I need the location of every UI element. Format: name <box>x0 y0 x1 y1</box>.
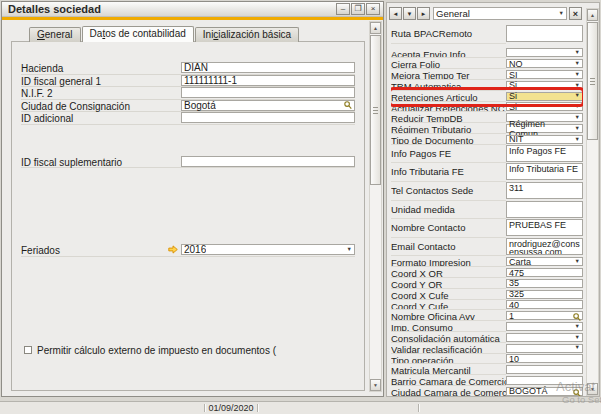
nav-right-icon[interactable]: ► <box>417 7 430 20</box>
tab-general[interactable]: General <box>29 27 81 42</box>
udf-input-nombre-contacto[interactable]: PRUEBAS FE <box>506 219 583 236</box>
udf-label: Info Pagos FE <box>391 145 506 164</box>
chevron-down-icon: ▼ <box>575 93 580 99</box>
udf-select-tipo-de-documento[interactable]: NIT▼ <box>506 135 583 144</box>
udf-input-unidad-medida[interactable] <box>506 201 583 218</box>
udf-input-coord-y-qr[interactable]: 35 <box>506 279 583 288</box>
maximize-icon[interactable]: ❐ <box>351 3 365 15</box>
dialog-titlebar[interactable]: Detalles sociedad – ❐ × <box>2 2 383 17</box>
chevron-down-icon: ▼ <box>575 61 580 67</box>
category-select[interactable]: General ▼ <box>433 7 567 20</box>
field-row-id-adicional: ID adicional <box>21 112 355 125</box>
udf-value: NIT <box>509 134 524 144</box>
udf-select-cierra-folio[interactable]: NO▼ <box>506 59 583 68</box>
udf-label: Consolidación automática <box>391 332 506 343</box>
field-value: 2016 <box>184 244 206 255</box>
udf-select-actualizar-retenciones-nc[interactable]: Si▼ <box>506 102 583 111</box>
tab-inicializaci-n-b-sica[interactable]: Inicialización básica <box>195 27 299 42</box>
udf-label: Validar reclasificación <box>391 343 506 354</box>
scroll-up-icon[interactable]: ▲ <box>587 9 598 21</box>
udf-value: 311 <box>509 183 523 193</box>
udf-label: Cierra Folio <box>391 58 506 69</box>
field-value: 111111111-1 <box>184 75 237 86</box>
udf-input-matricula-mercantil[interactable] <box>506 365 583 374</box>
checkbox[interactable] <box>24 346 32 354</box>
link-arrow-icon[interactable] <box>168 245 178 254</box>
field-label: ID fiscal general 1 <box>21 76 101 87</box>
udf-row-mejora-tiempo-ter: Mejora Tiempo TerSI▼ <box>391 69 583 80</box>
udf-label: Nombre Contacto <box>391 219 506 238</box>
udf-select-consolidaci-n-autom-tica[interactable]: ▼ <box>506 333 583 342</box>
udf-input-tel-contactos-sede[interactable]: 311 <box>506 182 583 199</box>
nav-down-icon[interactable]: ▼ <box>403 7 416 20</box>
screen: { "colors": { "accent_gold": "#f0ab00", … <box>0 0 601 414</box>
udf-input-ruta-bpacremoto[interactable] <box>506 25 583 42</box>
field-input-id-fiscal-general-1[interactable]: 111111111-1 <box>181 75 355 86</box>
udf-value: BOGOTÁ <box>509 386 548 396</box>
field-input-n-i-f-2[interactable] <box>181 87 355 98</box>
scroll-up-icon[interactable]: ▲ <box>370 22 381 34</box>
udf-value: PRUEBAS FE <box>509 220 566 230</box>
udf-label: Imp. Consumo <box>391 321 506 332</box>
field-input-feriados[interactable]: 2016▼ <box>181 244 355 255</box>
scrollbar-thumb[interactable] <box>587 22 598 140</box>
udf-label: Ciudad Camara de Comercio <box>391 386 506 396</box>
udf-input-coord-x-cufe[interactable]: 325 <box>506 290 583 299</box>
udf-row-actualizar-retenciones-nc: Actualizar Retenciones NCSi▼ <box>391 102 583 113</box>
udf-row-tipo-operaci-n: Tipo operación10 <box>391 354 583 365</box>
panel-close-icon[interactable]: × <box>569 7 582 20</box>
udf-label: Tipo de Documento <box>391 134 506 145</box>
udf-input-info-pagos-fe[interactable]: Info Pagos FE <box>506 145 583 162</box>
chevron-down-icon: ▼ <box>575 259 580 265</box>
udf-row-barrio-camara-de-comercio: Barrio Camara de Comercio <box>391 375 583 386</box>
chevron-down-icon: ▼ <box>575 126 580 132</box>
window-controls: – ❐ × <box>336 3 380 15</box>
udf-value: 475 <box>509 268 524 278</box>
panel-vertical-scrollbar[interactable]: ▲ ▼ <box>586 8 599 396</box>
field-input-id-adicional[interactable] <box>181 112 355 123</box>
chevron-down-icon: ▼ <box>347 247 352 253</box>
magnifier-icon[interactable] <box>344 101 352 110</box>
udf-select-validar-reclasificaci-n[interactable]: ▼ <box>506 344 583 353</box>
category-select-value: General <box>436 8 470 19</box>
udf-input-coord-y-cufe[interactable]: 40 <box>506 300 583 309</box>
udf-input-coord-x-qr[interactable]: 475 <box>506 268 583 277</box>
field-value: DIAN <box>184 62 208 73</box>
field-row-feriados: Feriados2016▼ <box>21 244 355 257</box>
field-row-ciudad-de-consignaci-n: Ciudad de ConsignaciónBogotá <box>21 100 355 113</box>
udf-input-info-tributaria-fe[interactable]: Info Tributaria FE <box>506 163 583 180</box>
external-tax-checkbox-row: Permitir cálculo externo de impuesto en … <box>24 345 355 356</box>
close-icon[interactable]: × <box>366 3 380 15</box>
udf-input-nombre-oficina-avv[interactable]: 1 <box>506 311 583 320</box>
udf-label: Unidad medida <box>391 201 506 220</box>
udf-input-email-contacto[interactable]: nrodriguez@consensussa.com <box>506 238 583 255</box>
dialog-vertical-scrollbar[interactable]: ▲ ▼ <box>369 21 382 392</box>
udf-input-tipo-operaci-n[interactable]: 10 <box>506 354 583 363</box>
field-input-id-fiscal-suplementario[interactable] <box>181 156 355 167</box>
udf-select-acepta-envio-info[interactable]: ▼ <box>506 48 583 57</box>
udf-value: Info Pagos FE <box>509 146 566 156</box>
udf-row-info-pagos-fe: Info Pagos FEInfo Pagos FE <box>391 145 583 164</box>
udf-select-formato-impresion[interactable]: Carta▼ <box>506 257 583 266</box>
udf-select-imp-consumo[interactable]: ▼ <box>506 322 583 331</box>
udf-select-trm-automatica[interactable]: Si▼ <box>506 81 583 90</box>
udf-select-mejora-tiempo-ter[interactable]: SI▼ <box>506 70 583 79</box>
chevron-down-icon: ▼ <box>575 335 580 341</box>
chevron-down-icon: ▼ <box>575 115 580 121</box>
tab-datos-de-contabilidad[interactable]: Datos de contabilidad <box>82 26 194 42</box>
udf-row-coord-x-qr: Coord X QR475 <box>391 267 583 278</box>
nav-left-icon[interactable]: ◄ <box>389 7 402 20</box>
udf-row-unidad-medida: Unidad medida <box>391 201 583 220</box>
company-details-dialog: Detalles sociedad – ❐ × GeneralDatos de … <box>1 1 384 397</box>
field-input-ciudad-de-consignaci-n[interactable]: Bogotá <box>181 100 355 111</box>
scroll-down-icon[interactable]: ▼ <box>370 379 381 391</box>
udf-row-coord-y-cufe: Coord Y Cufe40 <box>391 300 583 311</box>
chevron-down-icon: ▼ <box>575 50 580 56</box>
minimize-icon[interactable]: – <box>336 3 350 15</box>
udf-select-r-gimen-tributario[interactable]: Régimen Comun▼ <box>506 124 583 133</box>
scrollbar-thumb[interactable] <box>370 35 381 185</box>
udf-select-retenciones-articulo[interactable]: Si▼ <box>506 92 583 101</box>
field-input-hacienda[interactable]: DIAN <box>181 62 355 73</box>
udf-row-retenciones-articulo: Retenciones ArticuloSi▼ <box>391 91 583 102</box>
udf-label: Coord X Cufe <box>391 289 506 300</box>
